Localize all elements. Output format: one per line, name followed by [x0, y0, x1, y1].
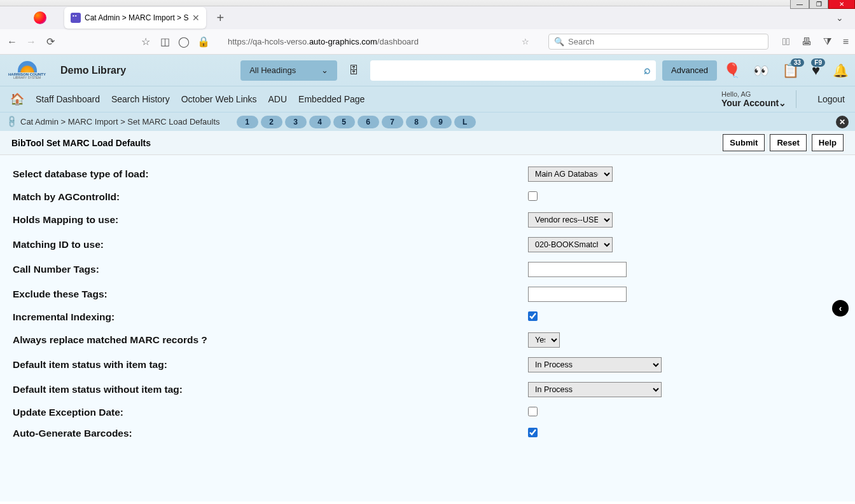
breadcrumb-text[interactable]: Cat Admin > MARC Import > Set MARC Load … — [20, 117, 220, 126]
headings-dropdown[interactable]: All Headings ⌄ — [240, 60, 337, 81]
select-database-type[interactable]: Main AG Database — [528, 167, 613, 182]
bell-icon[interactable]: 🔔 — [833, 63, 849, 78]
step-indicator: 1 2 3 4 5 6 7 8 9 L — [237, 116, 476, 128]
headings-label: All Headings — [249, 65, 296, 75]
url-text: https://qa-hcols-verso.auto-graphics.com… — [228, 37, 419, 46]
logo-text-2: LIBRARY SYSTEM — [13, 76, 41, 79]
tab-favicon-icon — [71, 13, 81, 23]
back-button[interactable]: ← — [6, 36, 18, 48]
account-menu[interactable]: Hello, AG Your Account⌄ — [721, 90, 796, 108]
binoculars-icon[interactable]: 👀 — [753, 63, 769, 78]
window-close-button[interactable]: ✕ — [828, 0, 855, 9]
nav-adu[interactable]: ADU — [268, 94, 288, 104]
hamburger-menu-icon[interactable]: ≡ — [843, 36, 849, 48]
label-call-number-tags: Call Number Tags: — [13, 264, 528, 275]
database-icon[interactable]: 🗄 — [344, 65, 364, 76]
reload-button[interactable]: ⟳ — [45, 36, 56, 48]
checkbox-incremental-indexing[interactable] — [528, 311, 538, 321]
balloon-icon[interactable]: 🎈 — [723, 62, 740, 79]
shield-icon[interactable]: ◯ — [178, 36, 190, 48]
logo-sun-icon — [18, 61, 37, 72]
search-icon[interactable]: ⌕ — [644, 64, 651, 77]
step-2[interactable]: 2 — [261, 116, 282, 128]
input-exclude-tags[interactable] — [528, 287, 627, 302]
breadcrumb: 🔗 Cat Admin > MARC Import > Set MARC Loa… — [0, 112, 855, 131]
address-bar[interactable]: https://qa-hcols-verso.auto-graphics.com… — [223, 34, 534, 49]
select-matching-id[interactable]: 020-BOOKSmatch — [528, 237, 613, 252]
window-maximize-button[interactable]: ❐ — [809, 0, 828, 9]
forward-button[interactable]: → — [25, 36, 37, 48]
help-button[interactable]: Help — [812, 134, 844, 151]
nav-embedded-page[interactable]: Embedded Page — [298, 94, 365, 104]
browser-tab[interactable]: Cat Admin > MARC Import > S ✕ — [64, 7, 206, 29]
step-4[interactable]: 4 — [309, 116, 331, 128]
extensions-icon[interactable]: ⧩ — [823, 36, 831, 48]
favorites-button[interactable]: ♥ F9 — [812, 62, 820, 79]
library-logo[interactable]: HARRISON COUNTY LIBRARY SYSTEM — [6, 58, 48, 83]
label-incremental-indexing: Incremental Indexing: — [13, 311, 528, 323]
step-1[interactable]: 1 — [237, 116, 258, 128]
expand-panel-icon[interactable]: ‹ — [832, 300, 849, 317]
app-header: HARRISON COUNTY LIBRARY SYSTEM Demo Libr… — [0, 55, 855, 86]
library-name: Demo Library — [60, 65, 126, 76]
step-3[interactable]: 3 — [285, 116, 307, 128]
tabs-dropdown-icon[interactable]: ⌄ — [836, 13, 844, 23]
step-6[interactable]: 6 — [358, 116, 379, 128]
nav-october-web-links[interactable]: October Web Links — [181, 94, 257, 104]
chevron-down-icon: ⌄ — [779, 98, 786, 108]
search-icon: 🔍 — [554, 37, 564, 46]
label-match-agcontrolid: Match by AGControlId: — [13, 191, 528, 203]
page-title-row: BibTool Set MARC Load Defaults Submit Re… — [0, 131, 855, 155]
nav-staff-dashboard[interactable]: Staff Dashboard — [36, 94, 100, 104]
checkbox-match-agcontrolid[interactable] — [528, 191, 538, 201]
browser-search-input[interactable] — [568, 37, 763, 46]
label-exclude-tags: Exclude these Tags: — [13, 289, 528, 300]
nav-search-history[interactable]: Search History — [111, 94, 170, 104]
your-account-label: Your Account⌄ — [721, 98, 786, 108]
step-9[interactable]: 9 — [430, 116, 452, 128]
form-area: Select database type of load: Main AG Da… — [0, 155, 855, 501]
home-icon[interactable]: 🏠 — [10, 92, 24, 106]
checkbox-update-exception[interactable] — [528, 407, 538, 416]
firefox-logo-icon — [34, 11, 46, 24]
select-always-replace[interactable]: Yes — [528, 332, 560, 348]
chevron-down-icon: ⌄ — [321, 65, 328, 75]
pocket-icon[interactable]: ⌄⃝ — [782, 36, 790, 48]
catalog-search-input[interactable] — [375, 65, 644, 76]
close-panel-icon[interactable]: ✕ — [836, 116, 849, 128]
select-holds-mapping[interactable]: Vendor recs--USE — [528, 212, 613, 228]
new-tab-button[interactable]: + — [211, 11, 229, 25]
browser-tab-bar: Cat Admin > MARC Import > S ✕ + ⌄ — [0, 6, 855, 29]
logout-link[interactable]: Logout — [817, 94, 845, 104]
multi-tab-icon[interactable]: ◫ — [159, 36, 170, 48]
browser-search-box[interactable]: 🔍 — [548, 34, 768, 50]
advanced-search-button[interactable]: Advanced — [662, 60, 717, 81]
label-holds-mapping: Holds Mapping to use: — [13, 214, 528, 226]
input-call-number-tags[interactable] — [528, 262, 627, 277]
tab-close-icon[interactable]: ✕ — [192, 13, 200, 23]
label-matching-id: Matching ID to use: — [13, 239, 528, 250]
catalog-search-box[interactable]: ⌕ — [370, 60, 656, 81]
label-always-replace: Always replace matched MARC records ? — [13, 334, 528, 346]
step-5[interactable]: 5 — [333, 116, 355, 128]
step-7[interactable]: 7 — [382, 116, 403, 128]
print-icon[interactable]: 🖶 — [802, 36, 812, 48]
select-default-status-without[interactable]: In Process — [528, 382, 662, 397]
checkbox-auto-generate-barcodes[interactable] — [528, 428, 538, 437]
bookmark-page-icon[interactable]: ☆ — [522, 37, 529, 46]
tab-title: Cat Admin > MARC Import > S — [85, 13, 188, 22]
list-button[interactable]: 📋 33 — [782, 62, 799, 79]
window-minimize-button[interactable]: — — [790, 0, 809, 9]
main-nav: 🏠 Staff Dashboard Search History October… — [0, 86, 855, 112]
step-l[interactable]: L — [454, 116, 476, 128]
submit-button[interactable]: Submit — [723, 134, 765, 151]
label-update-exception: Update Exception Date: — [13, 407, 528, 418]
list-badge: 33 — [791, 58, 804, 67]
reset-button[interactable]: Reset — [770, 134, 806, 151]
label-default-status-with: Default item status with item tag: — [13, 359, 528, 371]
step-8[interactable]: 8 — [406, 116, 428, 128]
bookmark-star-outline-icon[interactable]: ☆ — [140, 36, 151, 48]
select-default-status-with[interactable]: In Process — [528, 357, 662, 372]
label-auto-generate-barcodes: Auto-Generate Barcodes: — [13, 428, 528, 439]
hello-text: Hello, AG — [721, 90, 786, 98]
